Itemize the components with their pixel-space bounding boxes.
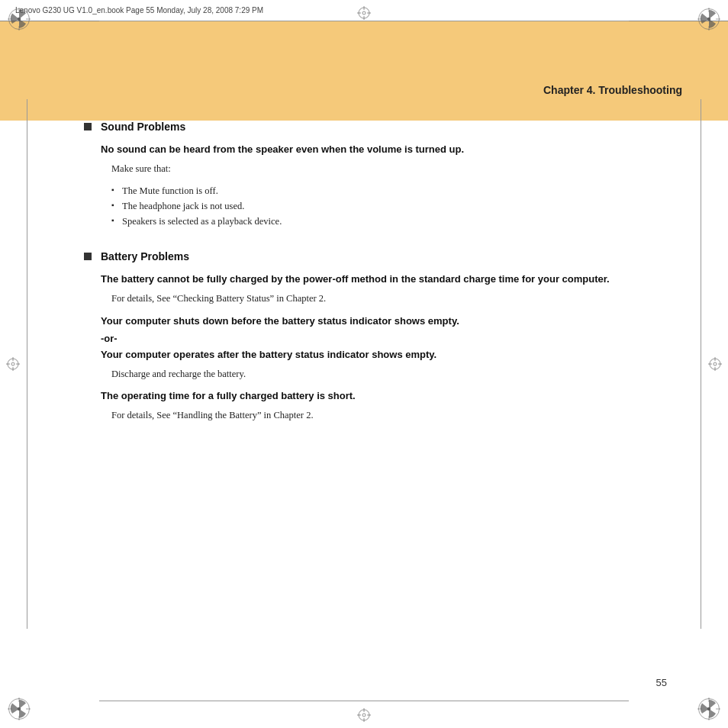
sound-problems-header: Sound Problems — [84, 121, 667, 133]
reg-mark-mid-right — [708, 357, 722, 371]
reg-mark-top-right — [697, 8, 720, 31]
battery-problems-content: The battery cannot be fully charged by t… — [101, 272, 667, 422]
reg-mark-bottom-left — [8, 697, 31, 720]
svg-point-38 — [362, 11, 366, 14]
header-file-info: Lenovo G230 UG V1.0_en.book Page 55 Mond… — [15, 6, 263, 14]
section-bullet-battery — [84, 253, 92, 260]
section-bullet-sound — [84, 123, 92, 130]
list-item: The Mute function is off. — [111, 183, 667, 198]
battery-solution-1: For details, See “Checking Battery Statu… — [111, 292, 667, 306]
battery-problem-heading-2b: Your computer operates after the battery… — [101, 347, 667, 362]
battery-or-line: -or- — [101, 333, 667, 344]
sound-solution-intro: Make sure that: — [111, 162, 667, 176]
crop-line-top — [99, 21, 629, 21]
list-item: Speakers is selected as a playback devic… — [111, 214, 667, 229]
reg-mark-top-left — [8, 8, 31, 31]
reg-mark-mid-top — [357, 6, 371, 20]
chapter-band — [0, 21, 728, 121]
reg-mark-mid-bottom — [357, 708, 371, 722]
sound-problems-title: Sound Problems — [101, 121, 185, 133]
battery-solution-2: Discharge and recharge the battery. — [111, 367, 667, 382]
battery-solution-3: For details, See “Handling the Battery” … — [111, 408, 667, 423]
battery-problems-title: Battery Problems — [101, 250, 189, 263]
sound-problems-section: Sound Problems No sound can be heard fro… — [84, 121, 667, 229]
crop-line-left — [27, 99, 27, 629]
crop-line-right — [701, 99, 701, 629]
chapter-title: Chapter 4. Troubleshooting — [543, 84, 682, 96]
list-item: The headphone jack is not used. — [111, 198, 667, 214]
svg-point-26 — [11, 362, 14, 366]
page-number: 55 — [656, 677, 667, 688]
sound-problem-heading-1: No sound can be heard from the speaker e… — [101, 142, 667, 157]
sound-bullet-list: The Mute function is off. The headphone … — [111, 183, 667, 229]
battery-problem-heading-3: The operating time for a fully charged b… — [101, 388, 667, 404]
battery-problem-heading-1: The battery cannot be fully charged by t… — [101, 272, 667, 287]
sound-problems-content: No sound can be heard from the speaker e… — [101, 142, 667, 229]
reg-mark-bottom-right — [697, 697, 720, 720]
svg-point-44 — [362, 714, 366, 717]
battery-problems-section: Battery Problems The battery cannot be f… — [84, 250, 667, 422]
crop-line-bottom — [99, 701, 629, 701]
reg-mark-mid-left — [6, 357, 20, 371]
main-content: Sound Problems No sound can be heard fro… — [84, 121, 667, 667]
battery-problems-header: Battery Problems — [84, 250, 667, 263]
battery-problem-heading-2: Your computer shuts down before the batt… — [101, 314, 667, 329]
svg-point-32 — [714, 362, 717, 366]
